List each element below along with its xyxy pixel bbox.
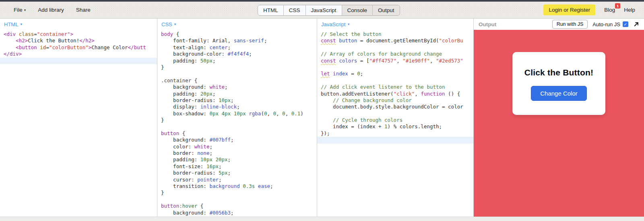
code-line	[161, 196, 317, 203]
file-menu[interactable]: File ▾	[14, 7, 26, 13]
output-panel: Output Run with JS Auto-run JS ✓ Click t…	[474, 19, 644, 217]
css-code-editor[interactable]: body { font-family: Arial, sans-serif; t…	[157, 30, 317, 217]
code-line	[161, 71, 317, 77]
code-line: const button = document.getElementById("…	[321, 38, 473, 44]
notification-badge: 1	[615, 3, 620, 8]
tab-css[interactable]: CSS	[283, 5, 305, 15]
code-line: <button id="colorButton">Change Color</b…	[4, 44, 157, 51]
add-library-button[interactable]: Add library	[38, 7, 64, 13]
code-line: color: white;	[161, 144, 317, 150]
code-line: }	[161, 117, 317, 123]
preview-heading: Click the Button!	[524, 68, 593, 77]
help-link[interactable]: Help	[624, 7, 635, 13]
javascript-code-editor[interactable]: // Select the buttonconst button = docum…	[317, 30, 473, 217]
auto-run-checkbox[interactable]: ✓	[623, 21, 628, 27]
code-line: <h2>Click the Button!</h2>	[4, 38, 157, 44]
code-line: transition: background 0.3s ease;	[161, 183, 317, 190]
code-line: background-color: #f4f4f4;	[161, 51, 317, 57]
preview-container-card: Click the Button! Change Color	[512, 52, 605, 115]
html-panel: HTML ▾ <div class="container"> <h2>Click…	[0, 19, 157, 217]
share-button[interactable]: Share	[76, 7, 91, 13]
code-line: font-family: Arial, sans-serif;	[161, 38, 317, 44]
javascript-panel: JavaScript ▾ // Select the buttonconst b…	[317, 19, 473, 217]
css-panel-header: CSS ▾	[157, 19, 317, 30]
code-line: box-shadow: 0px 4px 10px rgba(0, 0, 0, 0…	[161, 110, 317, 117]
tab-console[interactable]: Console	[342, 5, 373, 15]
file-menu-label: File	[14, 7, 23, 13]
code-line: border-radius: 5px;	[161, 170, 317, 176]
code-line	[321, 64, 473, 71]
tab-output[interactable]: Output	[372, 5, 400, 15]
bottom-scrollbar-track	[0, 217, 644, 221]
code-line: font-size: 16px;	[161, 163, 317, 170]
top-toolbar: File ▾ Add library Share HTML CSS JavaSc…	[0, 2, 644, 19]
code-line: background: white;	[161, 84, 317, 90]
code-line: }	[161, 64, 317, 71]
code-line: // Array of colors for background change	[321, 51, 473, 57]
code-line	[161, 123, 317, 130]
output-panel-header: Output Run with JS Auto-run JS ✓	[474, 19, 644, 30]
code-line: button:hover {	[161, 203, 317, 209]
javascript-panel-header: JavaScript ▾	[317, 19, 473, 30]
code-line: padding: 20px;	[161, 91, 317, 97]
code-line: }	[161, 190, 317, 196]
code-line: padding: 10px 20px;	[161, 156, 317, 163]
chevron-down-icon: ▾	[174, 22, 176, 26]
code-line: let index = 0;	[321, 71, 473, 77]
chevron-down-icon: ▾	[348, 22, 350, 26]
code-line: background: #0056b3;	[161, 210, 317, 216]
code-line: body {	[161, 31, 317, 38]
code-line	[321, 77, 473, 84]
output-panel-title: Output	[479, 21, 496, 27]
html-panel-menu[interactable]: HTML ▾	[4, 21, 22, 27]
code-line	[321, 44, 473, 51]
code-line: const colors = ["#ff4757", "#1e90ff", "#…	[321, 58, 473, 64]
code-line: padding: 50px;	[161, 58, 317, 64]
panel-toggle-tabs: HTML CSS JavaScript Console Output	[258, 5, 400, 16]
login-register-button[interactable]: Login or Register	[543, 4, 595, 15]
code-line: .container {	[161, 77, 317, 84]
code-line: <div class="container">	[4, 31, 157, 38]
blog-link[interactable]: Blog 1	[604, 7, 615, 13]
code-line: display: inline-block;	[161, 104, 317, 110]
code-line: // Add click event listener to the butto…	[321, 84, 473, 90]
open-in-new-window-icon[interactable]	[633, 21, 639, 27]
code-line: // Change background color	[321, 97, 473, 104]
chevron-down-icon: ▾	[20, 22, 22, 26]
code-line	[0, 58, 157, 64]
chevron-down-icon: ▾	[24, 8, 26, 12]
tab-javascript[interactable]: JavaScript	[305, 5, 342, 15]
output-preview-frame: Click the Button! Change Color	[474, 30, 644, 217]
code-line: button.addEventListener("click", functio…	[321, 91, 473, 97]
code-line: // Cycle through colors	[321, 117, 473, 123]
code-line	[321, 110, 473, 117]
code-line: // Select the button	[321, 31, 473, 38]
code-line: cursor: pointer;	[161, 177, 317, 183]
javascript-panel-menu[interactable]: JavaScript ▾	[321, 21, 349, 27]
code-line: </div>	[4, 51, 157, 57]
css-panel-menu[interactable]: CSS ▾	[161, 21, 176, 27]
code-line: document.body.style.backgroundColor = co…	[321, 104, 473, 110]
tab-html[interactable]: HTML	[258, 5, 283, 15]
css-panel: CSS ▾ body { font-family: Arial, sans-se…	[157, 19, 317, 217]
code-line: index = (index + 1) % colors.length;	[321, 123, 473, 130]
html-code-editor[interactable]: <div class="container"> <h2>Click the Bu…	[0, 30, 157, 217]
code-line: button {	[161, 130, 317, 137]
run-with-js-button[interactable]: Run with JS	[552, 20, 588, 29]
code-line: border: none;	[161, 150, 317, 156]
change-color-button[interactable]: Change Color	[531, 86, 587, 101]
html-panel-header: HTML ▾	[0, 19, 157, 30]
code-line	[317, 137, 473, 143]
editor-layout: HTML ▾ <div class="container"> <h2>Click…	[0, 19, 644, 217]
code-line: background: #007bff;	[161, 137, 317, 143]
auto-run-label: Auto-run JS	[592, 21, 620, 27]
code-line: text-align: center;	[161, 44, 317, 51]
code-line: });	[321, 130, 473, 137]
code-line: border-radius: 10px;	[161, 97, 317, 104]
